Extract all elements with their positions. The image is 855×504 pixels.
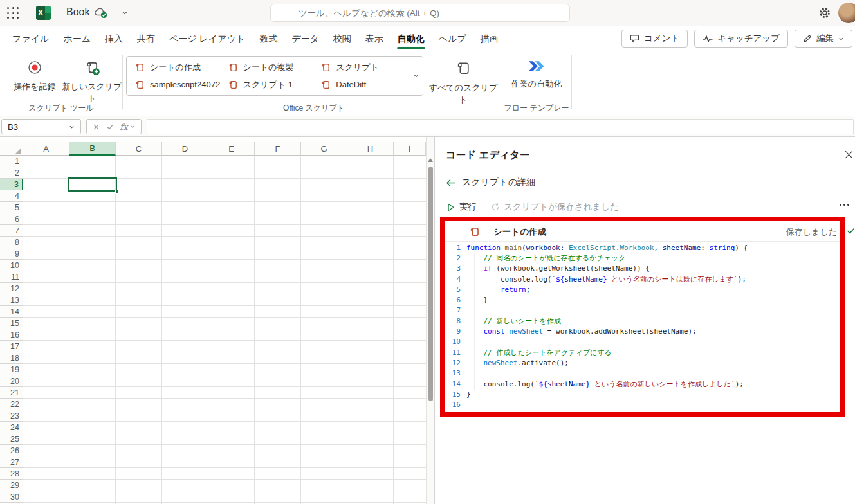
row-header-7[interactable]: 7 (0, 225, 23, 237)
code-line-5[interactable]: 5 return; (440, 284, 839, 294)
tab-6[interactable]: データ (284, 26, 326, 51)
scrollbar-up-icon[interactable] (428, 158, 433, 162)
enter-check-icon[interactable] (106, 123, 114, 130)
code-line-15[interactable]: 15} (440, 389, 839, 399)
record-actions-button[interactable]: 操作を記録 (9, 60, 60, 93)
excel-logo[interactable]: X (36, 6, 51, 20)
code-line-3[interactable]: 3 if (workbook.getWorksheet(sheetName)) … (440, 264, 839, 274)
all-scripts-button[interactable]: すべてのスクリプト (426, 60, 501, 105)
code-editor[interactable]: 1function main(workbook: ExcelScript.Wor… (440, 242, 839, 410)
code-line-11[interactable]: 11 // 作成したシートをアクティブにする (440, 347, 839, 357)
close-icon[interactable] (844, 150, 854, 159)
tab-11[interactable]: 描画 (473, 26, 506, 51)
row-header-12[interactable]: 12 (0, 283, 23, 294)
row-header-29[interactable]: 29 (0, 480, 23, 491)
gear-icon[interactable] (818, 6, 831, 19)
row-header-30[interactable]: 30 (0, 491, 23, 503)
row-header-22[interactable]: 22 (0, 399, 23, 410)
row-header-13[interactable]: 13 (0, 294, 23, 306)
row-header-24[interactable]: 24 (0, 422, 23, 433)
cell-area[interactable] (23, 156, 426, 504)
code-line-9[interactable]: 9 const newSheet = workbook.addWorksheet… (440, 326, 839, 336)
search-input[interactable] (270, 4, 570, 22)
tab-8[interactable]: 表示 (358, 26, 391, 51)
column-header-I[interactable]: I (394, 142, 426, 156)
row-header-23[interactable]: 23 (0, 410, 23, 422)
edit-mode-button[interactable]: 編集 (795, 30, 852, 48)
gallery-item-2-1[interactable]: DateDiff (314, 76, 407, 93)
tab-7[interactable]: 校閲 (326, 26, 358, 51)
column-header-D[interactable]: D (162, 142, 208, 156)
avatar[interactable] (838, 3, 855, 23)
column-header-C[interactable]: C (116, 142, 162, 156)
row-header-16[interactable]: 16 (0, 329, 23, 341)
tab-5[interactable]: 数式 (252, 26, 284, 51)
code-line-2[interactable]: 2 // 同名のシートが既に存在するかチェック (440, 253, 839, 263)
saved-check-icon[interactable] (847, 228, 855, 235)
row-header-28[interactable]: 28 (0, 468, 23, 480)
code-line-13[interactable]: 13 (440, 368, 839, 379)
row-header-8[interactable]: 8 (0, 237, 23, 248)
row-header-1[interactable]: 1 (0, 156, 23, 167)
automate-work-button[interactable]: 作業の自動化 (506, 60, 567, 90)
row-header-17[interactable]: 17 (0, 341, 23, 352)
row-header-19[interactable]: 19 (0, 364, 23, 375)
more-options-button[interactable] (840, 204, 849, 206)
back-button[interactable]: スクリプトの詳細 (446, 177, 535, 188)
row-header-5[interactable]: 5 (0, 202, 23, 213)
code-line-14[interactable]: 14 console.log(`${sheetName} という名前の新しいシー… (440, 379, 839, 389)
select-all-corner[interactable] (0, 142, 23, 156)
gallery-item-1-1[interactable]: スクリプト 1 (221, 76, 315, 93)
row-header-4[interactable]: 4 (0, 190, 23, 202)
code-line-12[interactable]: 12 newSheet.activate(); (440, 357, 839, 368)
gallery-item-1-0[interactable]: シートの複製 (221, 59, 315, 76)
tab-10[interactable]: ヘルプ (432, 26, 473, 51)
tab-2[interactable]: 挿入 (98, 26, 130, 51)
fill-handle[interactable] (115, 190, 119, 194)
row-header-27[interactable]: 27 (0, 456, 23, 468)
insert-function-button[interactable]: fx (120, 122, 134, 132)
row-header-9[interactable]: 9 (0, 248, 23, 260)
formula-input[interactable] (147, 119, 854, 134)
row-header-10[interactable]: 10 (0, 260, 23, 271)
tab-4[interactable]: ページ レイアウト (162, 26, 252, 51)
row-header-20[interactable]: 20 (0, 375, 23, 387)
cancel-icon[interactable] (93, 123, 100, 130)
row-header-15[interactable]: 15 (0, 318, 23, 329)
column-header-G[interactable]: G (301, 142, 347, 156)
row-header-14[interactable]: 14 (0, 306, 23, 318)
gallery-item-0-0[interactable]: シートの作成 (128, 59, 221, 76)
column-header-E[interactable]: E (208, 142, 255, 156)
code-line-7[interactable]: 7 (440, 305, 839, 316)
code-line-8[interactable]: 8 // 新しいシートを作成 (440, 316, 839, 326)
column-header-A[interactable]: A (23, 142, 69, 156)
code-line-16[interactable]: 16 (440, 399, 839, 410)
code-line-4[interactable]: 4 console.log(`${sheetName} という名前のシートは既に… (440, 274, 839, 284)
code-line-6[interactable]: 6 } (440, 294, 839, 305)
scrollbar-thumb[interactable] (428, 166, 433, 401)
row-header-26[interactable]: 26 (0, 445, 23, 456)
row-header-2[interactable]: 2 (0, 167, 23, 179)
new-script-button[interactable]: 新しいスクリプト (60, 60, 124, 104)
row-header-11[interactable]: 11 (0, 271, 23, 283)
gallery-more-button[interactable] (409, 57, 423, 95)
name-box[interactable]: B3 (1, 119, 81, 134)
row-header-25[interactable]: 25 (0, 433, 23, 445)
title-chevron-icon[interactable] (122, 10, 128, 16)
tab-1[interactable]: ホーム (56, 26, 98, 51)
gallery-item-2-0[interactable]: スクリプト (314, 59, 407, 76)
comments-button[interactable]: コメント (621, 30, 688, 48)
app-launcher-icon[interactable] (7, 7, 19, 19)
run-button[interactable]: 実行 (447, 201, 477, 213)
column-header-F[interactable]: F (255, 142, 301, 156)
workbook-title[interactable]: Book (66, 6, 89, 18)
catch-up-button[interactable]: キャッチアップ (694, 30, 788, 48)
grid-scrollbar[interactable] (426, 137, 434, 504)
gallery-item-0-1[interactable]: samplescript240727 (128, 76, 221, 93)
row-header-18[interactable]: 18 (0, 352, 23, 364)
row-header-6[interactable]: 6 (0, 213, 23, 225)
code-line-10[interactable]: 10 (440, 337, 839, 347)
row-header-3[interactable]: 3 (0, 179, 23, 190)
column-header-B[interactable]: B (69, 142, 116, 156)
column-header-H[interactable]: H (347, 142, 394, 156)
